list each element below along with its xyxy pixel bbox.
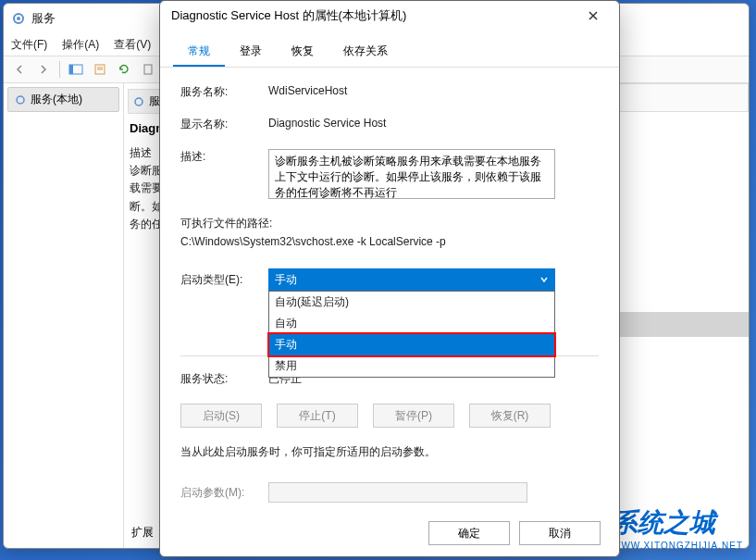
gear-small-icon [14,93,27,106]
close-icon [588,10,599,21]
ok-button[interactable]: 确定 [428,521,510,545]
refresh-icon[interactable] [114,59,134,80]
service-control-buttons: 启动(S) 停止(T) 暂停(P) 恢复(R) [180,404,599,428]
tab-dependencies[interactable]: 依存关系 [328,38,403,67]
show-hide-icon[interactable] [66,59,86,80]
option-auto-delayed[interactable]: 自动(延迟启动) [269,292,554,313]
gear-tiny-icon [132,95,145,108]
forward-icon[interactable] [33,59,54,80]
properties-icon[interactable] [90,59,110,80]
back-icon[interactable] [9,59,30,80]
startup-type-select[interactable]: 手动 [268,268,555,291]
tab-extended[interactable]: 扩展 [131,525,154,541]
display-name-value: Diagnostic Service Host [268,117,599,130]
dialog-titlebar: Diagnostic Service Host 的属性(本地计算机) [160,1,619,31]
export-icon[interactable] [138,59,158,80]
tree-item-label: 服务(本地) [31,92,82,107]
resume-button[interactable]: 恢复(R) [469,404,551,428]
menu-action[interactable]: 操作(A) [62,37,99,53]
logo-subtext: WWW.XITONGZHIJIA.NET [612,541,743,551]
start-hint: 当从此处启动服务时，你可指定所适用的启动参数。 [180,444,599,460]
dialog-body: 服务名称: WdiServiceHost 显示名称: Diagnostic Se… [160,68,619,536]
pause-button[interactable]: 暂停(P) [373,404,454,428]
description-textarea[interactable] [268,149,555,199]
service-name-value: WdiServiceHost [268,84,599,97]
display-name-label: 显示名称: [180,117,268,132]
start-param-label: 启动参数(M): [180,485,268,501]
service-name-label: 服务名称: [180,84,268,100]
option-manual[interactable]: 手动 [267,332,556,357]
svg-point-10 [17,96,24,104]
logo-text: 系统之城 [612,508,715,537]
start-param-input[interactable] [268,482,527,503]
stop-button[interactable]: 停止(T) [277,404,358,428]
menu-file[interactable]: 文件(F) [11,37,47,53]
svg-rect-7 [144,65,152,74]
service-status-label: 服务状态: [180,371,268,387]
option-disabled[interactable]: 禁用 [269,355,554,377]
exe-path-value: C:\Windows\System32\svchost.exe -k Local… [180,235,446,248]
start-button[interactable]: 启动(S) [180,404,262,428]
svg-rect-3 [69,65,73,74]
svg-point-1 [17,17,20,20]
tree-item-services-local[interactable]: 服务(本地) [7,87,119,112]
description-label: 描述: [180,149,268,165]
option-auto[interactable]: 自动 [269,313,554,334]
tab-general[interactable]: 常规 [173,38,225,67]
toolbar-separator [59,61,60,78]
startup-type-label: 启动类型(E): [180,272,268,288]
properties-dialog: Diagnostic Service Host 的属性(本地计算机) 常规 登录… [159,0,620,557]
startup-type-dropdown: 自动(延迟启动) 自动 手动 禁用 [268,291,555,378]
startup-type-selected: 手动 [275,272,297,288]
close-button[interactable] [578,5,608,27]
gear-icon [11,11,26,26]
main-title: 服务 [31,10,56,27]
menu-view[interactable]: 查看(V) [114,37,151,53]
dialog-tabs: 常规 登录 恢复 依存关系 [160,31,619,68]
exe-path-label: 可执行文件的路径: [180,216,272,231]
cancel-button[interactable]: 取消 [519,521,601,545]
chevron-down-icon [539,275,549,284]
dialog-title: Diagnostic Service Host 的属性(本地计算机) [171,7,406,24]
tab-recovery[interactable]: 恢复 [277,38,328,67]
svg-point-11 [135,98,143,106]
tree-panel: 服务(本地) [4,83,124,548]
tab-logon[interactable]: 登录 [225,38,277,67]
dialog-footer: 确定 取消 [428,521,601,545]
